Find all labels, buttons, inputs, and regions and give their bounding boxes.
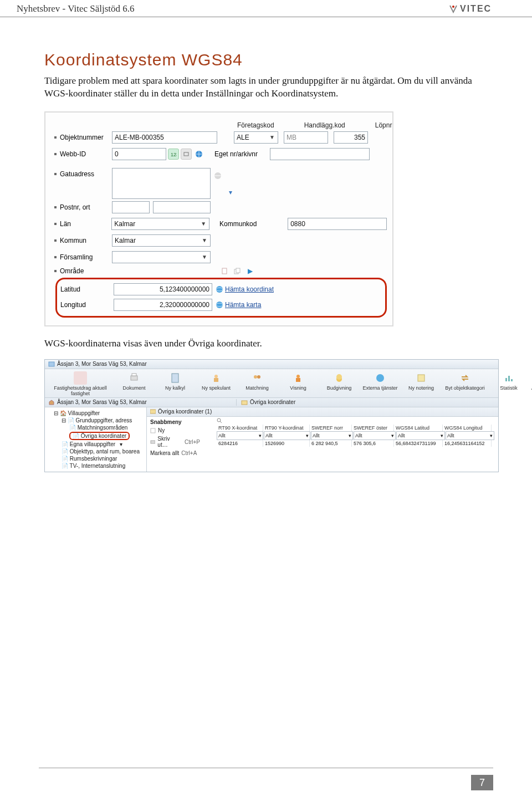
snabbmeny-markera[interactable]: Markera allt Ctrl+A xyxy=(150,449,200,457)
input-kommunkod[interactable]: 0880 xyxy=(288,218,387,230)
nav-tree: ⊟ 🏠 Villauppgifter ⊟ 📄 Grunduppgifter, a… xyxy=(45,407,147,472)
globe-icon[interactable] xyxy=(193,149,204,160)
label-webbid: Webb-ID xyxy=(51,150,112,158)
svg-point-11 xyxy=(216,302,223,308)
filter-4[interactable]: Allt▾ xyxy=(354,431,396,440)
ribbon-fastighetsutdrag[interactable]: Fastighetsutdrag aktuell fastighet xyxy=(47,371,114,396)
ribbon-nynotering[interactable]: Ny notering xyxy=(401,371,442,396)
globe-icon xyxy=(375,372,386,384)
label-objektnummer: Objektnummer xyxy=(51,134,112,141)
svg-rect-18 xyxy=(214,378,218,382)
input-longitud[interactable]: 2,320000000000 xyxy=(114,299,212,311)
ribbon-statistik[interactable]: Statistik xyxy=(488,371,529,396)
input-handlaggkod[interactable]: MB xyxy=(284,131,328,144)
page-icon[interactable] xyxy=(219,265,230,277)
input-egetnr[interactable] xyxy=(270,148,370,160)
chart-icon xyxy=(503,372,514,384)
input-gatuadress[interactable] xyxy=(112,168,211,199)
label-omrade: Område xyxy=(51,267,112,275)
input-objektnummer[interactable]: ALE-MB-000355 xyxy=(112,131,217,144)
number-icon[interactable]: 123 xyxy=(168,149,179,160)
ribbon-dokument[interactable]: Dokument xyxy=(114,371,155,396)
tree-rumsbeskr[interactable]: 📄 Rumsbeskrivningar xyxy=(47,455,144,462)
ribbon-journal[interactable]: Journal Mäklarlagen xyxy=(529,371,532,396)
expand-down-icon[interactable]: ▾ xyxy=(225,187,236,198)
filter-2[interactable]: Allt▾ xyxy=(264,431,310,440)
svg-rect-6 xyxy=(222,268,227,274)
globe-icon[interactable] xyxy=(212,170,223,181)
people-icon xyxy=(252,372,263,384)
dropdown-lan[interactable]: Kalmar▼ xyxy=(111,218,209,230)
col-wgslon[interactable]: WGS84 Longitud xyxy=(443,425,492,431)
grid-data-row[interactable]: 6284216 1526990 6 282 940,5 576 305,6 56… xyxy=(217,440,495,447)
link-hamta-karta[interactable]: Hämta karta xyxy=(225,301,261,309)
ribbon-budgivning[interactable]: Budgivning xyxy=(319,371,360,396)
dropdown-forsamling[interactable]: ▼ xyxy=(112,251,211,263)
person-icon xyxy=(211,372,222,384)
svg-point-0 xyxy=(452,6,454,8)
second-paragraph: WGS-koordinaterna visas även under Övrig… xyxy=(44,338,488,350)
col-rt90x[interactable]: RT90 X-koordinat xyxy=(217,425,263,431)
swap-icon xyxy=(459,372,470,384)
globe-icon[interactable] xyxy=(214,284,225,295)
label-longitud: Longitud xyxy=(58,301,114,309)
ribbon-matchning[interactable]: Matchning xyxy=(237,371,278,396)
tree-ovrigakoord[interactable]: 📄 Övriga koordinater xyxy=(47,431,144,441)
tree-objekttyp[interactable]: 📄 Objekttyp, antal rum, boarea xyxy=(47,448,144,455)
label-lopnr: Löpnr xyxy=(375,121,392,129)
tree-tvinternet[interactable]: 📄 TV-, Internetanslutning xyxy=(47,462,144,469)
filter-6[interactable]: Allt▾ xyxy=(446,431,494,440)
copy-icon[interactable] xyxy=(232,265,243,277)
snabbmeny: Snabbmeny Ny Skriv ut…Ctrl+P Markera all… xyxy=(150,418,200,457)
folder-icon xyxy=(241,399,248,406)
tree-egna[interactable]: 📄 Egna villauppgifter ▾ xyxy=(47,441,144,448)
snabbmeny-title: Snabbmeny xyxy=(150,418,200,426)
logo-mark-icon xyxy=(449,4,458,13)
input-webbid[interactable]: 0 xyxy=(112,148,166,160)
svg-rect-32 xyxy=(242,401,247,405)
svg-rect-27 xyxy=(505,378,507,381)
input-ort[interactable] xyxy=(153,201,211,213)
print-icon xyxy=(150,439,155,445)
input-postnr[interactable] xyxy=(112,201,150,213)
filter-3[interactable]: Allt▾ xyxy=(311,431,353,440)
tree-grunduppgifter[interactable]: ⊟ 📄 Grunduppgifter, adress xyxy=(47,417,144,424)
search-icon[interactable] xyxy=(217,418,222,423)
svg-rect-29 xyxy=(511,379,513,381)
col-wgslat[interactable]: WGS84 Latitud xyxy=(394,425,443,431)
snabbmeny-ny[interactable]: Ny xyxy=(150,426,200,435)
label-foretagskod: Företagskod xyxy=(237,121,274,129)
archive-icon[interactable] xyxy=(181,149,192,160)
snabbmeny-skrivut[interactable]: Skriv ut…Ctrl+P xyxy=(150,435,200,449)
globe-icon[interactable] xyxy=(214,299,225,310)
ribbon-bytkategori[interactable]: Byt objektkategori xyxy=(442,371,488,396)
note-icon xyxy=(416,372,427,384)
filter-1[interactable]: Allt▾ xyxy=(217,431,263,440)
svg-point-20 xyxy=(257,375,260,379)
ribbon-nyspekulant[interactable]: Ny spekulant xyxy=(196,371,237,396)
dropdown-kommun[interactable]: Kalmar▼ xyxy=(112,234,211,247)
tree-matchning[interactable]: 📄 Matchningsområden xyxy=(47,424,144,431)
label-forsamling: Församling xyxy=(51,253,112,261)
filter-5[interactable]: Allt▾ xyxy=(396,431,445,440)
svg-point-9 xyxy=(216,286,223,293)
input-lopnr[interactable]: 355 xyxy=(334,131,368,144)
person-orange-icon xyxy=(293,372,304,384)
ribbon-nykalkyl[interactable]: Ny kalkyl xyxy=(155,371,196,396)
svg-point-19 xyxy=(254,375,257,379)
tree-villauppgifter[interactable]: ⊟ 🏠 Villauppgifter xyxy=(47,410,144,417)
ribbon-visning[interactable]: Visning xyxy=(278,371,319,396)
svg-rect-16 xyxy=(172,374,178,382)
app-titlebar: Åssjan 3, Mor Saras Väg 53, Kalmar xyxy=(45,360,498,369)
col-swerefn[interactable]: SWEREF norr xyxy=(310,425,352,431)
play-icon[interactable]: ▶ xyxy=(244,265,255,277)
ribbon-externa[interactable]: Externa tjänster xyxy=(360,371,401,396)
svg-rect-28 xyxy=(508,376,510,381)
svg-point-24 xyxy=(336,374,342,380)
dropdown-foretagskod[interactable]: ALE▼ xyxy=(234,131,278,144)
col-swerefo[interactable]: SWEREF öster xyxy=(352,425,394,431)
app-title-text: Åssjan 3, Mor Saras Väg 53, Kalmar xyxy=(57,361,147,367)
link-hamta-koordinat[interactable]: Hämta koordinat xyxy=(225,285,274,293)
input-latitud[interactable]: 5,123400000000 xyxy=(114,283,212,295)
coordinate-highlight-box: Latitud 5,123400000000 Hämta koordinat L… xyxy=(55,278,387,318)
